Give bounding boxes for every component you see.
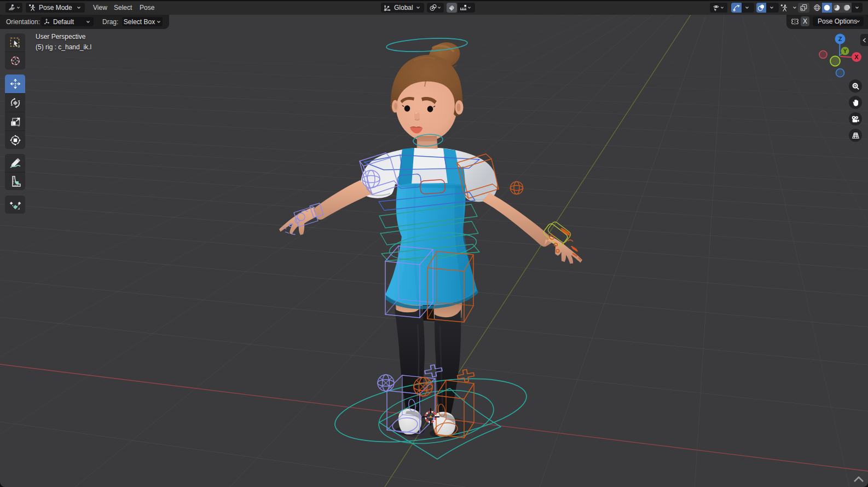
svg-text:Y: Y	[843, 48, 847, 54]
svg-text:X: X	[854, 54, 859, 60]
svg-text:Z: Z	[838, 36, 842, 42]
